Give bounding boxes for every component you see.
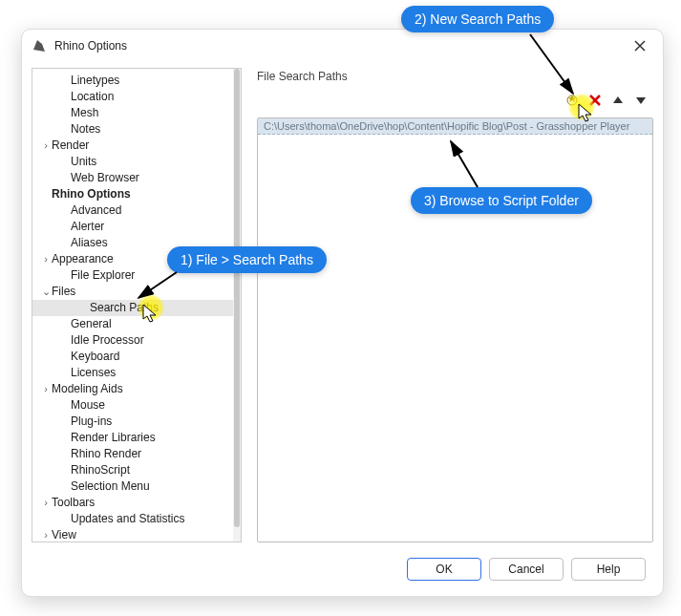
tree-item[interactable]: General (32, 316, 233, 332)
tree-item-label: Web Browser (71, 170, 139, 186)
move-up-button[interactable] (609, 92, 627, 109)
tree-item[interactable]: Alerter (32, 219, 233, 235)
tree-item[interactable]: Licenses (32, 365, 233, 381)
tree-item-label: Search Paths (90, 300, 159, 316)
delete-path-button[interactable] (586, 92, 604, 109)
paths-toolbar (257, 89, 653, 112)
tree-item[interactable]: Mouse (32, 397, 233, 414)
tree-item-label: Location (71, 89, 114, 105)
tree-item[interactable]: ›Toolbars (32, 495, 233, 511)
tree-item-label: Toolbars (52, 495, 95, 511)
tree-item-label: Licenses (71, 365, 116, 381)
tree-item[interactable]: ›Render (32, 138, 233, 154)
move-down-button[interactable] (632, 92, 649, 109)
tree-item-label: Alerter (71, 219, 104, 235)
app-icon (32, 38, 47, 53)
tree-item[interactable]: ⌄Files (32, 284, 233, 300)
tree-item[interactable]: Search Paths (32, 300, 233, 316)
annotation-3: 3) Browse to Script Folder (411, 187, 592, 214)
tree-item[interactable]: Idle Processor (32, 332, 233, 349)
annotation-2: 2) New Search Paths (401, 6, 554, 32)
add-path-button[interactable] (564, 92, 581, 109)
ok-button[interactable]: OK (407, 558, 481, 581)
dialog-buttons: OK Cancel Help (407, 558, 646, 581)
tree-item[interactable]: RhinoScript (32, 462, 233, 478)
tree-item-label: Notes (71, 121, 100, 138)
tree-item-label: Modeling Aids (52, 381, 123, 397)
titlebar: Rhino Options (22, 30, 663, 62)
tree-item-label: Render (52, 138, 89, 154)
options-dialog: Rhino Options LinetypesLocationMeshNotes… (21, 29, 664, 597)
tree-item-label: Selection Menu (71, 478, 150, 495)
annotation-1: 1) File > Search Paths (167, 246, 327, 273)
tree-expander-icon[interactable]: › (40, 527, 52, 542)
tree-item-label: Render Libraries (71, 430, 156, 446)
tree-item-label: Aliases (71, 235, 108, 251)
tree-item[interactable]: Advanced (32, 202, 233, 219)
tree-item-label: Appearance (52, 251, 114, 267)
paths-list[interactable]: C:\Users\thoma\OneDrive\hop\Content\Hopi… (257, 117, 653, 542)
tree-item[interactable]: Rhino Options (32, 186, 233, 202)
close-button[interactable] (627, 34, 653, 57)
tree-item-label: General (71, 316, 112, 332)
tree-item-label: Linetypes (71, 73, 119, 89)
options-tree: LinetypesLocationMeshNotes›RenderUnitsWe… (32, 68, 242, 542)
tree-expander-icon[interactable]: ⌄ (40, 284, 52, 300)
tree-item-label: Units (71, 154, 96, 170)
tree-item-label: Advanced (71, 202, 121, 219)
tree-item[interactable]: ›Modeling Aids (32, 381, 233, 397)
tree-item-label: Rhino Render (71, 446, 141, 462)
tree-item-label: Rhino Options (52, 186, 131, 202)
tree-item[interactable]: Mesh (32, 105, 233, 121)
tree-item-label: Mesh (71, 105, 98, 121)
tree-item[interactable]: Keyboard (32, 349, 233, 365)
tree-expander-icon[interactable]: › (40, 251, 52, 267)
tree-expander-icon[interactable]: › (40, 495, 52, 511)
tree-item[interactable]: Units (32, 154, 233, 170)
tree-item[interactable]: Updates and Statistics (32, 511, 233, 527)
pane-header: File Search Paths (257, 70, 653, 83)
tree-item-label: Files (52, 284, 75, 300)
tree-item-label: Idle Processor (71, 332, 144, 349)
tree-item-label: View (52, 527, 76, 542)
tree-item-label: RhinoScript (71, 462, 130, 478)
right-pane: File Search Paths (257, 68, 653, 542)
tree-item-label: Keyboard (71, 349, 119, 365)
cancel-button[interactable]: Cancel (489, 558, 564, 581)
tree-item-label: Plug-ins (71, 414, 112, 430)
scrollbar-thumb[interactable] (234, 69, 240, 527)
tree-item-label: Updates and Statistics (71, 511, 184, 527)
tree-item-label: File Explorer (71, 267, 135, 284)
tree-item[interactable]: Plug-ins (32, 414, 233, 430)
tree-expander-icon[interactable]: › (40, 138, 52, 154)
help-button[interactable]: Help (571, 558, 646, 581)
tree-expander-icon[interactable]: › (40, 381, 52, 397)
tree-item[interactable]: ›View (32, 527, 233, 542)
tree-item[interactable]: Selection Menu (32, 478, 233, 495)
tree-item[interactable]: Web Browser (32, 170, 233, 186)
path-row[interactable]: C:\Users\thoma\OneDrive\hop\Content\Hopi… (258, 118, 652, 135)
tree-item[interactable]: Rhino Render (32, 446, 233, 462)
tree-item[interactable]: Render Libraries (32, 430, 233, 446)
tree-item[interactable]: Linetypes (32, 73, 233, 89)
tree-item-label: Mouse (71, 397, 105, 414)
tree-item[interactable]: Location (32, 89, 233, 105)
tree-scrollbar[interactable] (233, 69, 241, 542)
window-title: Rhino Options (54, 39, 127, 53)
tree-item[interactable]: Notes (32, 121, 233, 138)
